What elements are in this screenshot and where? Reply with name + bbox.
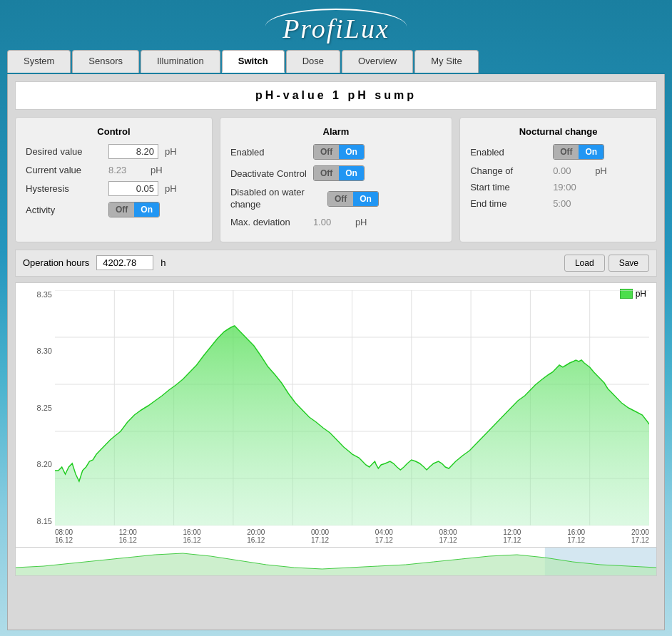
alarm-deactivate-label: Deactivate Control bbox=[230, 168, 309, 179]
op-hours-label: Operation hours bbox=[23, 257, 89, 268]
nocturnal-change-row: Change of 0.00 pH bbox=[470, 165, 646, 176]
hysteresis-row: Hysteresis pH bbox=[26, 181, 202, 196]
op-hours-unit: h bbox=[161, 257, 166, 268]
tab-switch[interactable]: Switch bbox=[222, 50, 285, 73]
nocturnal-card: Nocturnal change Enabled Off On Change o… bbox=[459, 117, 657, 242]
alarm-enabled-label: Enabled bbox=[230, 147, 309, 158]
alarm-deactivate-toggle[interactable]: Off On bbox=[313, 165, 365, 181]
alarm-title: Alarm bbox=[230, 126, 442, 137]
x-tick-2: 16:0016.12 bbox=[183, 528, 201, 544]
y-label-1: 8.35 bbox=[37, 290, 52, 299]
mini-chart-svg bbox=[16, 548, 656, 576]
x-tick-0: 08:0016.12 bbox=[55, 528, 73, 544]
nocturnal-end-label: End time bbox=[470, 198, 549, 209]
desired-unit: pH bbox=[165, 146, 177, 157]
deactivate-on-btn[interactable]: On bbox=[339, 166, 364, 180]
alarm-enabled-toggle[interactable]: Off On bbox=[313, 144, 365, 160]
nocturnal-end-row: End time 5:00 bbox=[470, 198, 646, 209]
nocturnal-change-unit: pH bbox=[595, 165, 607, 176]
deactivate-off-btn[interactable]: Off bbox=[314, 166, 339, 180]
main-content: pH-value 1 pH sump Control Desired value… bbox=[7, 74, 665, 630]
activity-on-btn[interactable]: On bbox=[134, 202, 159, 217]
hysteresis-label: Hysteresis bbox=[26, 183, 104, 194]
current-label: Current value bbox=[26, 165, 104, 175]
alarm-deactivate-row: Deactivate Control Off On bbox=[230, 165, 442, 181]
current-value: 8.23 bbox=[108, 165, 144, 175]
nocturnal-change-label: Change of bbox=[470, 165, 549, 176]
app-header: ProfiLux bbox=[0, 0, 672, 50]
desired-value-input[interactable] bbox=[108, 144, 158, 159]
nocturnal-start-row: Start time 19:00 bbox=[470, 182, 646, 193]
nocturnal-start-label: Start time bbox=[470, 182, 549, 193]
alarm-water-row: Disabled on water change Off On bbox=[230, 187, 442, 211]
y-label-2: 8.30 bbox=[37, 347, 52, 355]
alarm-off-btn[interactable]: Off bbox=[314, 145, 339, 159]
tab-mysite[interactable]: My Site bbox=[414, 50, 478, 73]
alarm-card: Alarm Enabled Off On Deactivate Control … bbox=[220, 117, 452, 242]
nocturnal-on-btn[interactable]: On bbox=[579, 145, 604, 159]
alarm-deviation-label: Max. deviation bbox=[230, 217, 309, 227]
chart-container: pH 8.35 8.30 8.25 8.20 8.15 bbox=[15, 282, 657, 548]
op-hours-actions: Load Save bbox=[564, 255, 649, 272]
nocturnal-start-value: 19:00 bbox=[553, 182, 589, 193]
x-tick-7: 12:0017.12 bbox=[503, 528, 521, 544]
x-tick-6: 08:0017.12 bbox=[439, 528, 457, 544]
save-button[interactable]: Save bbox=[609, 255, 649, 272]
alarm-water-toggle[interactable]: Off On bbox=[327, 191, 379, 207]
chart-svg bbox=[55, 290, 649, 525]
tab-dose[interactable]: Dose bbox=[286, 50, 340, 73]
y-label-5: 8.15 bbox=[37, 517, 52, 525]
x-tick-8: 16:0017.12 bbox=[567, 528, 585, 544]
activity-label: Activity bbox=[26, 205, 104, 215]
nocturnal-change-value: 0.00 bbox=[553, 165, 589, 176]
alarm-deviation-row: Max. deviation 1.00 pH bbox=[230, 217, 442, 227]
chart-x-axis: 08:0016.12 12:0016.12 16:0016.12 20:0016… bbox=[55, 525, 649, 547]
tab-sensors[interactable]: Sensors bbox=[72, 50, 139, 73]
alarm-on-btn[interactable]: On bbox=[339, 145, 364, 159]
chart-area: 8.35 8.30 8.25 8.20 8.15 bbox=[23, 290, 649, 547]
nocturnal-enabled-row: Enabled Off On bbox=[470, 144, 646, 160]
water-off-btn[interactable]: Off bbox=[328, 192, 353, 206]
current-unit: pH bbox=[151, 165, 163, 175]
nocturnal-enabled-label: Enabled bbox=[470, 147, 549, 158]
op-hours-left: Operation hours 4202.78 h bbox=[23, 255, 166, 270]
x-tick-9: 20:0017.12 bbox=[631, 528, 649, 544]
control-card: Control Desired value pH Current value 8… bbox=[15, 117, 213, 242]
nav-tabs: System Sensors Illumination Switch Dose … bbox=[7, 50, 665, 74]
chart-plot bbox=[55, 290, 649, 525]
x-tick-4: 00:0017.12 bbox=[311, 528, 329, 544]
nocturnal-off-btn[interactable]: Off bbox=[554, 145, 579, 159]
current-row: Current value 8.23 pH bbox=[26, 165, 202, 175]
x-tick-3: 20:0016.12 bbox=[247, 528, 265, 544]
cards-row: Control Desired value pH Current value 8… bbox=[15, 117, 657, 242]
app-logo: ProfiLux bbox=[265, 9, 407, 44]
activity-toggle[interactable]: Off On bbox=[108, 202, 160, 217]
nocturnal-enabled-toggle[interactable]: Off On bbox=[553, 144, 604, 160]
nocturnal-end-value: 5:00 bbox=[553, 198, 589, 209]
y-label-4: 8.20 bbox=[37, 460, 52, 468]
op-hours-value: 4202.78 bbox=[96, 255, 153, 270]
tab-overview[interactable]: Overview bbox=[342, 50, 413, 73]
operation-hours-row: Operation hours 4202.78 h Load Save bbox=[15, 250, 657, 277]
activity-row: Activity Off On bbox=[26, 202, 202, 217]
load-button[interactable]: Load bbox=[564, 255, 605, 272]
x-tick-1: 12:0016.12 bbox=[119, 528, 137, 544]
activity-off-btn[interactable]: Off bbox=[109, 202, 134, 217]
alarm-water-label: Disabled on water change bbox=[230, 187, 323, 211]
tab-system[interactable]: System bbox=[7, 50, 71, 73]
page-title: pH-value 1 pH sump bbox=[15, 81, 657, 110]
nocturnal-title: Nocturnal change bbox=[470, 126, 646, 137]
desired-row: Desired value pH bbox=[26, 144, 202, 159]
alarm-enabled-row: Enabled Off On bbox=[230, 144, 442, 160]
water-on-btn[interactable]: On bbox=[353, 192, 378, 206]
hysteresis-unit: pH bbox=[165, 183, 177, 194]
mini-chart bbox=[15, 548, 657, 576]
x-tick-5: 04:0017.12 bbox=[375, 528, 393, 544]
chart-y-axis: 8.35 8.30 8.25 8.20 8.15 bbox=[23, 290, 55, 525]
y-label-3: 8.25 bbox=[37, 404, 52, 412]
control-title: Control bbox=[26, 126, 202, 137]
tab-illumination[interactable]: Illumination bbox=[141, 50, 220, 73]
desired-label: Desired value bbox=[26, 146, 104, 157]
hysteresis-input[interactable] bbox=[108, 181, 158, 196]
alarm-deviation-unit: pH bbox=[355, 217, 367, 227]
